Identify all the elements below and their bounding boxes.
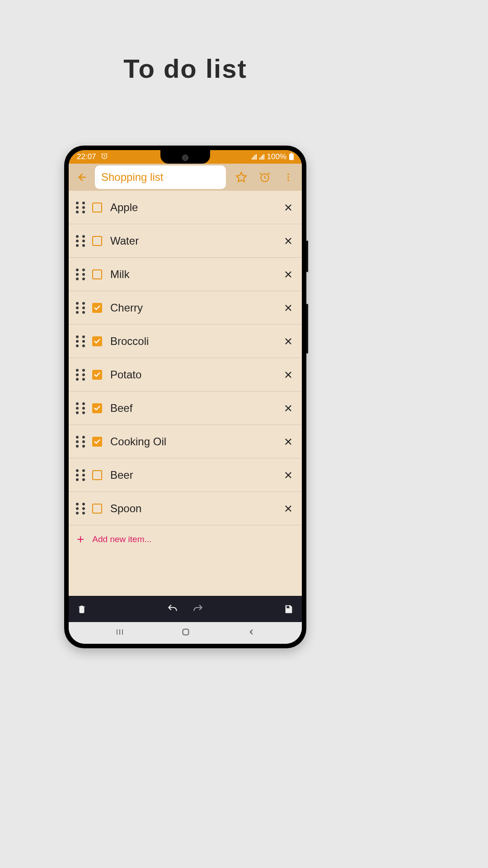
item-label[interactable]: Spoon	[108, 502, 275, 515]
item-label[interactable]: Apple	[108, 201, 275, 214]
delete-item-button[interactable]	[281, 468, 296, 482]
svg-point-3	[287, 174, 289, 175]
add-new-item-row[interactable]: + Add new item...	[69, 525, 302, 553]
drag-handle-icon[interactable]	[76, 302, 86, 314]
item-checkbox[interactable]	[92, 203, 102, 212]
phone-screen: 22:07 100% Shopping list	[69, 150, 302, 644]
bottom-toolbar	[69, 596, 302, 622]
delete-item-button[interactable]	[281, 434, 296, 449]
svg-point-4	[287, 176, 289, 178]
signal-icon	[252, 154, 257, 160]
item-checkbox[interactable]	[92, 336, 102, 346]
list-item: Cherry	[69, 291, 302, 325]
redo-button[interactable]	[192, 603, 204, 615]
alarm-icon	[101, 152, 108, 162]
item-label[interactable]: Milk	[108, 268, 275, 281]
drag-handle-icon[interactable]	[76, 269, 86, 280]
list-item: Potato	[69, 358, 302, 392]
alarm-button[interactable]	[254, 166, 276, 188]
svg-rect-29	[183, 629, 189, 635]
item-checkbox[interactable]	[92, 470, 102, 480]
status-time: 22:07	[77, 152, 96, 161]
list-container: Apple Water Milk Cherry	[69, 191, 302, 525]
battery-text: 100%	[267, 152, 286, 161]
item-label[interactable]: Cooking Oil	[108, 435, 275, 448]
undo-button[interactable]	[167, 603, 178, 615]
item-label[interactable]: Beef	[108, 402, 275, 415]
drag-handle-icon[interactable]	[76, 469, 86, 481]
back-button[interactable]	[71, 166, 93, 188]
save-button[interactable]	[284, 604, 294, 614]
list-item: Milk	[69, 258, 302, 291]
drag-handle-icon[interactable]	[76, 335, 86, 347]
item-label[interactable]: Potato	[108, 368, 275, 381]
plus-icon: +	[77, 533, 84, 546]
phone-frame: 22:07 100% Shopping list	[64, 146, 306, 648]
item-checkbox[interactable]	[92, 504, 102, 514]
item-label[interactable]: Broccoli	[108, 335, 275, 348]
home-button[interactable]	[181, 627, 191, 639]
list-title-text: Shopping list	[101, 171, 163, 184]
item-label[interactable]: Beer	[108, 469, 275, 481]
list-item: Cooking Oil	[69, 425, 302, 458]
item-checkbox[interactable]	[92, 236, 102, 246]
favorite-button[interactable]	[230, 166, 252, 188]
recent-apps-button[interactable]	[115, 628, 124, 638]
add-new-item-label: Add new item...	[92, 534, 151, 544]
list-item: Spoon	[69, 492, 302, 525]
system-nav-bar	[69, 622, 302, 644]
list-item: Beer	[69, 458, 302, 492]
drag-handle-icon[interactable]	[76, 235, 86, 247]
delete-item-button[interactable]	[281, 301, 296, 315]
phone-side-button	[306, 304, 308, 354]
more-button[interactable]	[277, 166, 299, 188]
item-checkbox[interactable]	[92, 303, 102, 313]
trash-button[interactable]	[77, 604, 87, 614]
delete-item-button[interactable]	[281, 368, 296, 382]
item-checkbox[interactable]	[92, 403, 102, 413]
item-label[interactable]: Water	[108, 235, 275, 247]
delete-item-button[interactable]	[281, 501, 296, 516]
item-checkbox[interactable]	[92, 269, 102, 279]
delete-item-button[interactable]	[281, 267, 296, 282]
list-item: Apple	[69, 191, 302, 224]
list-item: Beef	[69, 392, 302, 425]
delete-item-button[interactable]	[281, 401, 296, 415]
list-title-input[interactable]: Shopping list	[95, 165, 226, 189]
drag-handle-icon[interactable]	[76, 503, 86, 514]
phone-notch	[160, 150, 210, 164]
system-back-button[interactable]	[247, 628, 255, 638]
delete-item-button[interactable]	[281, 234, 296, 248]
signal-icon	[259, 154, 264, 160]
item-checkbox[interactable]	[92, 370, 102, 380]
list-item: Water	[69, 224, 302, 258]
drag-handle-icon[interactable]	[76, 369, 86, 381]
app-toolbar: Shopping list	[69, 164, 302, 191]
item-label[interactable]: Cherry	[108, 302, 275, 314]
drag-handle-icon[interactable]	[76, 202, 86, 213]
item-checkbox[interactable]	[92, 437, 102, 447]
drag-handle-icon[interactable]	[76, 436, 86, 448]
page-heading: To do list	[0, 53, 371, 84]
drag-handle-icon[interactable]	[76, 402, 86, 414]
phone-side-button	[306, 241, 308, 272]
battery-icon	[289, 154, 294, 160]
delete-item-button[interactable]	[281, 334, 296, 349]
delete-item-button[interactable]	[281, 200, 296, 215]
list-item: Broccoli	[69, 325, 302, 358]
svg-marker-1	[236, 172, 246, 182]
svg-point-5	[287, 179, 289, 181]
